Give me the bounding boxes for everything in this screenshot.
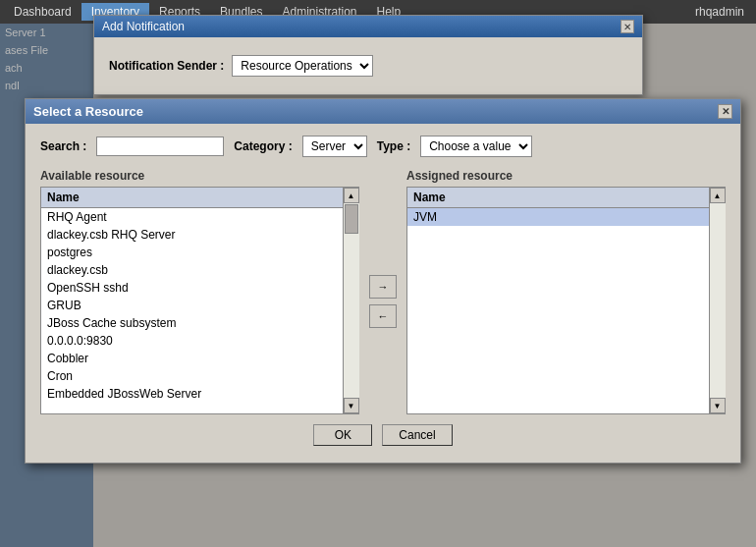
category-label: Category :	[234, 139, 292, 153]
available-resources-container: Name RHQ Agent dlackey.csb RHQ Server po…	[40, 187, 359, 414]
available-scrollbar[interactable]: ▲ ▼	[343, 188, 358, 413]
assigned-scrollbar[interactable]: ▲ ▼	[709, 188, 725, 413]
list-item[interactable]: JVM	[407, 208, 709, 226]
assigned-resources-label: Assigned resource	[406, 169, 726, 183]
select-resource-title: Select a Resource	[33, 104, 143, 119]
list-item[interactable]: Cobbler	[41, 350, 343, 367]
assigned-resources-container: Name JVM ▲ ▼	[406, 187, 726, 414]
list-item[interactable]: Cron	[41, 367, 343, 385]
add-notification-close-button[interactable]: ✕	[621, 20, 634, 33]
notification-sender-row: Notification Sender : Resource Operation…	[109, 47, 627, 84]
available-resources-list: Name RHQ Agent dlackey.csb RHQ Server po…	[41, 188, 343, 413]
ok-button[interactable]: OK	[313, 424, 372, 446]
assigned-resources-list: Name JVM	[407, 188, 709, 413]
dialog-footer: OK Cancel	[40, 414, 726, 451]
add-notification-modal: Add Notification ✕ Notification Sender :…	[93, 15, 643, 95]
available-name-header: Name	[41, 188, 343, 208]
assigned-scroll-up-button[interactable]: ▲	[710, 188, 726, 203]
transfer-left-button[interactable]: ←	[369, 304, 397, 328]
list-item[interactable]: 0.0.0.0:9830	[41, 332, 343, 350]
cancel-button[interactable]: Cancel	[382, 424, 452, 446]
scroll-down-button[interactable]: ▼	[344, 398, 359, 413]
scroll-up-button[interactable]: ▲	[344, 188, 359, 203]
search-label: Search :	[40, 139, 86, 153]
scroll-thumb[interactable]	[345, 204, 358, 234]
add-notification-titlebar: Add Notification ✕	[94, 16, 642, 37]
nav-item-dashboard[interactable]: Dashboard	[4, 3, 81, 21]
select-resource-titlebar: Select a Resource ✕	[26, 99, 740, 124]
transfer-right-button[interactable]: →	[369, 275, 397, 299]
select-resource-close-button[interactable]: ✕	[718, 104, 732, 119]
type-label: Type :	[377, 139, 410, 153]
scroll-track	[344, 203, 359, 398]
add-notification-title: Add Notification	[102, 20, 185, 33]
notification-sender-label: Notification Sender :	[109, 59, 224, 73]
transfer-buttons-panel: → ←	[359, 275, 406, 328]
list-item[interactable]: JBoss Cache subsystem	[41, 314, 343, 332]
resource-panels: Available resource Name RHQ Agent dlacke…	[40, 169, 726, 414]
assigned-scroll-down-button[interactable]: ▼	[710, 398, 726, 413]
search-input[interactable]	[96, 137, 224, 156]
available-resources-panel: Available resource Name RHQ Agent dlacke…	[40, 169, 359, 414]
list-item[interactable]: Embedded JBossWeb Server	[41, 385, 343, 403]
list-item[interactable]: OpenSSH sshd	[41, 279, 343, 297]
assigned-name-header: Name	[407, 188, 709, 208]
assigned-scroll-track	[710, 203, 726, 398]
type-select[interactable]: Choose a value	[420, 136, 532, 157]
notification-sender-select[interactable]: Resource Operations	[232, 55, 373, 77]
list-item[interactable]: dlackey.csb	[41, 261, 343, 279]
list-item[interactable]: dlackey.csb RHQ Server	[41, 226, 343, 244]
select-resource-dialog: Select a Resource ✕ Search : Category : …	[25, 98, 741, 464]
list-item[interactable]: RHQ Agent	[41, 208, 343, 226]
add-notification-content: Notification Sender : Resource Operation…	[94, 37, 642, 94]
category-select[interactable]: Server	[302, 136, 367, 157]
list-item[interactable]: postgres	[41, 244, 343, 261]
assigned-resources-panel: Assigned resource Name JVM ▲ ▼	[406, 169, 726, 414]
list-item[interactable]: GRUB	[41, 297, 343, 314]
search-row: Search : Category : Server Type : Choose…	[40, 136, 726, 157]
select-resource-body: Search : Category : Server Type : Choose…	[26, 124, 740, 463]
user-label: rhqadmin	[695, 5, 752, 19]
available-resources-label: Available resource	[40, 169, 359, 183]
